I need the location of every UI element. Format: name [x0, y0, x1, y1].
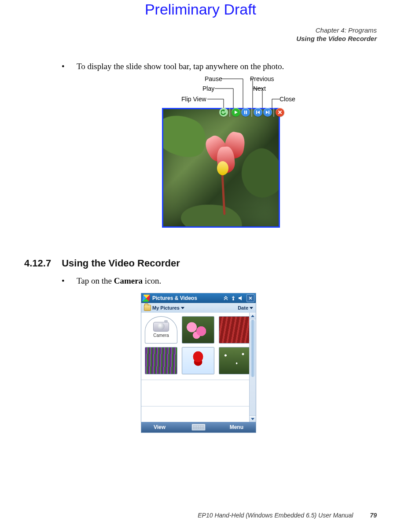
svg-rect-3	[269, 111, 269, 114]
next-icon	[265, 110, 270, 115]
header-chapter-line: Chapter 4: Programs	[296, 26, 377, 35]
play-button[interactable]	[232, 108, 240, 117]
bullet-text: To display the slide show tool bar, tap …	[77, 62, 284, 71]
next-button[interactable]	[263, 108, 272, 117]
keyboard-icon[interactable]	[191, 424, 206, 431]
sort-dropdown[interactable]: Date	[238, 305, 253, 310]
toolbar-separator	[251, 108, 252, 117]
camera-thumbnail[interactable]: Camera	[145, 316, 177, 344]
section-heading: 4.12.7 Using the Video Recorder	[24, 258, 180, 269]
softkey-right[interactable]: Menu	[230, 424, 243, 430]
photo-thumbnail[interactable]	[182, 316, 214, 344]
watermark-heading: Preliminary Draft	[0, 1, 401, 18]
photo-thumbnail[interactable]	[145, 347, 177, 374]
pictures-videos-screenshot: Pictures & Videos My Pictures Date	[141, 293, 256, 433]
thumbnail-grid: Camera	[141, 313, 256, 422]
flip-view-button[interactable]	[219, 108, 228, 117]
close-icon	[248, 296, 253, 300]
chevron-down-icon	[181, 307, 184, 309]
previous-button[interactable]	[254, 108, 262, 117]
softkey-left[interactable]: View	[154, 424, 166, 430]
status-tray	[223, 295, 244, 301]
sort-label: Date	[238, 305, 248, 310]
bullet-item-2: • Tap on the Camera icon.	[62, 276, 161, 286]
app-bottombar: View Menu	[141, 422, 256, 432]
close-icon	[277, 110, 283, 115]
app-titlebar: Pictures & Videos	[141, 293, 256, 303]
text-fragment: Tap on the	[77, 276, 114, 285]
svg-rect-4	[233, 299, 234, 300]
close-slideshow-button[interactable]	[276, 108, 284, 117]
folder-dropdown[interactable]: My Pictures	[144, 305, 184, 311]
svg-rect-1	[246, 111, 247, 114]
close-app-button[interactable]	[246, 294, 254, 302]
camera-label: Camera	[153, 333, 169, 338]
page-footer: EP10 Hand-Held (Windows Embedded 6.5) Us…	[198, 512, 377, 519]
photo-thumbnail[interactable]	[182, 347, 214, 374]
slideshow-toolbar	[219, 108, 284, 118]
connectivity-icon[interactable]	[223, 295, 229, 301]
app-title: Pictures & Videos	[152, 295, 220, 301]
scroll-thumb[interactable]	[250, 320, 255, 377]
bullet-text: Tap on the Camera icon.	[77, 276, 161, 286]
scroll-down-button[interactable]	[250, 415, 256, 422]
photo-thumbnail[interactable]	[219, 316, 251, 344]
pause-button[interactable]	[241, 108, 250, 117]
grid-separator	[141, 406, 250, 406]
bullet-item-1: • To display the slide show tool bar, ta…	[62, 62, 284, 71]
pause-icon	[243, 110, 248, 115]
manual-title: EP10 Hand-Held (Windows Embedded 6.5) Us…	[198, 512, 353, 519]
chevron-down-icon	[250, 307, 253, 309]
camera-icon	[153, 322, 169, 332]
volume-icon[interactable]	[238, 295, 244, 301]
grid-separator	[141, 380, 250, 380]
slideshow-photo[interactable]	[162, 108, 280, 228]
folder-label: My Pictures	[152, 305, 180, 310]
svg-rect-2	[256, 111, 257, 114]
text-strong: Camera	[114, 276, 143, 285]
folder-icon	[144, 305, 151, 311]
text-fragment: icon.	[143, 276, 161, 285]
toolbar-separator	[229, 108, 230, 117]
vertical-scrollbar[interactable]	[249, 313, 256, 422]
section-title: Using the Video Recorder	[62, 258, 180, 269]
undo-arrow-icon	[221, 110, 226, 115]
scroll-up-button[interactable]	[250, 313, 256, 319]
start-icon[interactable]	[142, 295, 150, 302]
bullet-marker: •	[62, 276, 66, 286]
photo-thumbnail[interactable]	[219, 347, 251, 374]
previous-icon	[255, 110, 261, 115]
svg-rect-0	[244, 111, 245, 114]
bullet-marker: •	[62, 62, 66, 71]
signal-icon[interactable]	[230, 295, 236, 301]
page-header: Chapter 4: Programs Using the Video Reco…	[296, 26, 377, 43]
toolbar-separator	[273, 108, 274, 117]
page-number: 79	[370, 512, 377, 519]
header-section-line: Using the Video Recorder	[296, 35, 377, 43]
folder-sort-bar: My Pictures Date	[141, 303, 256, 313]
section-number: 4.12.7	[24, 258, 51, 269]
play-icon	[233, 110, 239, 115]
